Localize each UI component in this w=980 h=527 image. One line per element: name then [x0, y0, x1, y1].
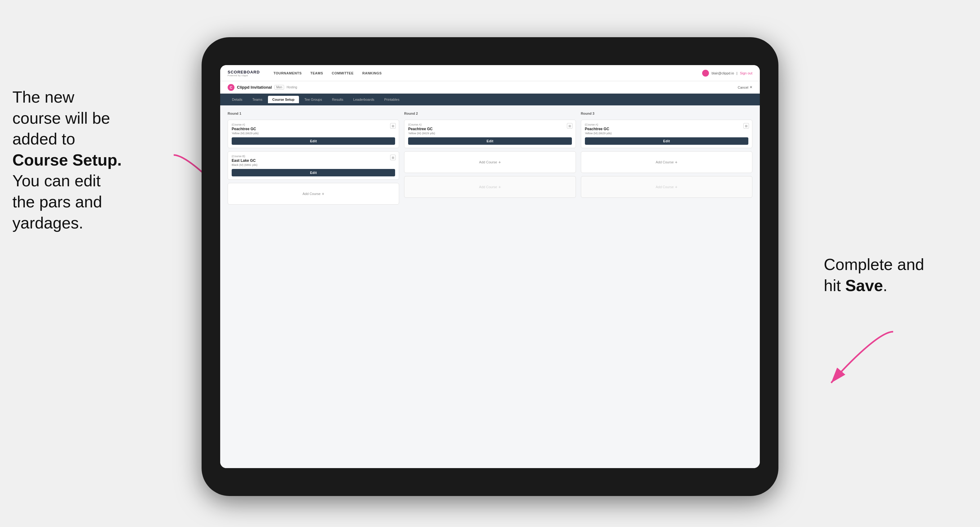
- round1-course-a-edit-button[interactable]: Edit: [232, 137, 395, 145]
- course-a-name: Peachtree GC: [232, 127, 395, 131]
- round2-course-a-icon[interactable]: ⊞: [567, 123, 573, 129]
- course-a-tee: Yellow (M) (6629 yds): [232, 132, 395, 135]
- tab-tee-groups[interactable]: Tee Groups: [300, 96, 326, 103]
- sign-out-link[interactable]: Sign out: [740, 71, 752, 75]
- round-2-label: Round 2: [404, 112, 576, 115]
- round2-course-a-tag: (Course A): [408, 123, 571, 126]
- round-3-column: Round 3 ⊞ (Course A) Peachtree GC Yellow…: [581, 112, 752, 205]
- course-b-name: East Lake GC: [232, 159, 395, 163]
- tournament-logo: C: [228, 84, 234, 91]
- round-3-label: Round 3: [581, 112, 752, 115]
- tablet-screen: SCOREBOARD Powered by clippd TOURNAMENTS…: [220, 65, 760, 468]
- tab-leaderboards[interactable]: Leaderboards: [349, 96, 379, 103]
- course-a-icon[interactable]: ⊞: [390, 123, 396, 129]
- top-navigation: SCOREBOARD Powered by clippd TOURNAMENTS…: [220, 65, 760, 81]
- tabs-bar: Details Teams Course Setup Tee Groups Re…: [220, 94, 760, 105]
- nav-rankings[interactable]: RANKINGS: [362, 71, 382, 75]
- separator: |: [737, 71, 738, 75]
- tab-details[interactable]: Details: [228, 96, 247, 103]
- avatar: [702, 70, 709, 76]
- tab-course-setup[interactable]: Course Setup: [268, 96, 299, 103]
- rounds-grid: Round 1 ⊞ (Course A) Peachtree GC Yellow…: [228, 112, 752, 205]
- nav-right: blair@clippd.io | Sign out: [702, 70, 752, 76]
- main-content: Round 1 ⊞ (Course A) Peachtree GC Yellow…: [220, 105, 760, 468]
- round1-course-b-edit-button[interactable]: Edit: [232, 169, 395, 176]
- nav-links: TOURNAMENTS TEAMS COMMITTEE RANKINGS: [274, 71, 692, 75]
- round3-course-a-tag: (Course A): [585, 123, 748, 126]
- nav-teams[interactable]: TEAMS: [310, 71, 323, 75]
- user-email: blair@clippd.io: [711, 71, 734, 75]
- logo-area: SCOREBOARD Powered by clippd: [228, 70, 260, 76]
- course-b-icon[interactable]: ⊞: [390, 155, 396, 160]
- round2-add-course-button[interactable]: Add Course +: [404, 151, 576, 173]
- tournament-status: Hosting: [286, 86, 297, 89]
- round-1-label: Round 1: [228, 112, 399, 115]
- arrow-right-icon: [828, 325, 896, 387]
- round3-course-a-name: Peachtree GC: [585, 127, 748, 131]
- nav-tournaments[interactable]: TOURNAMENTS: [274, 71, 302, 75]
- round3-course-a-edit-button[interactable]: Edit: [585, 137, 748, 145]
- tab-printables[interactable]: Printables: [380, 96, 404, 103]
- round2-course-a-tee: Yellow (M) (6629 yds): [408, 132, 571, 135]
- tournament-title: C Clippd Invitational Men Hosting: [228, 84, 297, 91]
- course-a-tag: (Course A): [232, 123, 395, 126]
- nav-committee[interactable]: COMMITTEE: [332, 71, 354, 75]
- round-2-column: Round 2 ⊞ (Course A) Peachtree GC Yellow…: [404, 112, 576, 205]
- tournament-name: Clippd Invitational: [237, 85, 272, 90]
- annotation-right: Complete and hit Save.: [824, 254, 924, 296]
- logo-subtitle: Powered by clippd: [228, 75, 260, 76]
- tab-results[interactable]: Results: [328, 96, 348, 103]
- round2-course-a-name: Peachtree GC: [408, 127, 571, 131]
- round1-course-b-card: ⊞ (Course B) East Lake GC Black (M) (689…: [228, 151, 399, 180]
- cancel-button[interactable]: Cancel ✕: [738, 85, 752, 89]
- round3-course-a-tee: Yellow (M) (6629 yds): [585, 132, 748, 135]
- round-1-column: Round 1 ⊞ (Course A) Peachtree GC Yellow…: [228, 112, 399, 205]
- round2-add-course-disabled: Add Course +: [404, 176, 576, 198]
- round3-course-a-icon[interactable]: ⊞: [743, 123, 749, 129]
- round3-add-course-disabled: Add Course +: [581, 176, 752, 198]
- tablet-device: SCOREBOARD Powered by clippd TOURNAMENTS…: [202, 37, 778, 496]
- course-b-tag: (Course B): [232, 155, 395, 158]
- course-b-tee: Black (M) (6891 yds): [232, 163, 395, 167]
- round3-add-course-button[interactable]: Add Course +: [581, 151, 752, 173]
- round2-course-a-card: ⊞ (Course A) Peachtree GC Yellow (M) (66…: [404, 120, 576, 148]
- round1-add-course-button[interactable]: Add Course +: [228, 183, 399, 205]
- tournament-header: C Clippd Invitational Men Hosting Cancel…: [220, 81, 760, 94]
- annotation-left: The new course will be added to Course S…: [13, 87, 122, 233]
- round3-course-a-card: ⊞ (Course A) Peachtree GC Yellow (M) (66…: [581, 120, 752, 148]
- scoreboard-logo: SCOREBOARD: [228, 70, 260, 75]
- tab-teams[interactable]: Teams: [248, 96, 267, 103]
- round2-course-a-edit-button[interactable]: Edit: [408, 137, 571, 145]
- round1-course-a-card: ⊞ (Course A) Peachtree GC Yellow (M) (66…: [228, 120, 399, 148]
- gender-badge: Men: [274, 85, 284, 90]
